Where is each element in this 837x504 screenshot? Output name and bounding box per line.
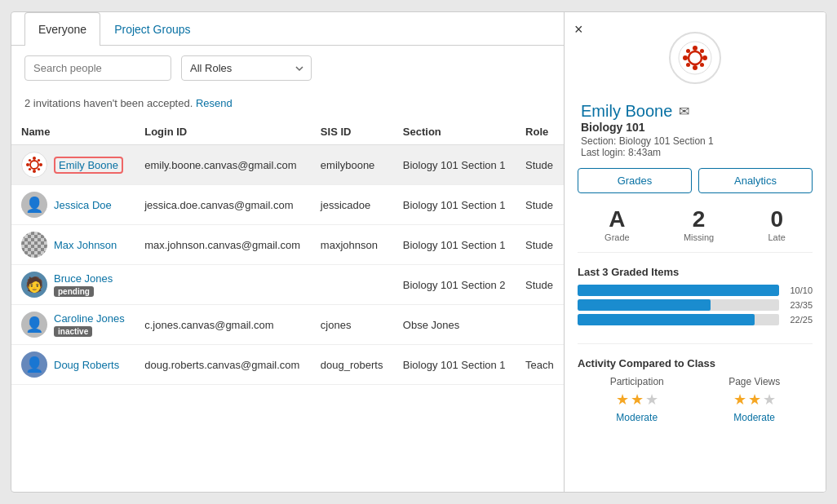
avatar: 🧑 xyxy=(21,272,47,298)
table-row[interactable]: 🧑 Bruce Jonespending Biology 101 Section… xyxy=(11,265,564,305)
role-cell: Teach xyxy=(516,345,564,385)
resend-link[interactable]: Resend xyxy=(196,97,232,109)
avatar: 👤 xyxy=(21,351,47,378)
avatar xyxy=(21,232,47,258)
grade-bar-row: 23/35 xyxy=(578,299,813,311)
table-row[interactable]: 👤 Doug Roberts doug.roberts.canvas@gmail… xyxy=(11,345,564,385)
col-sis-id: SIS ID xyxy=(311,119,393,145)
status-badge: pending xyxy=(54,286,94,297)
stat-missing: 2 Missing xyxy=(684,206,714,242)
svg-point-1 xyxy=(33,157,36,160)
activity-section: Activity Compared to Class Participation… xyxy=(578,357,813,423)
sis-id-cell: emilyboone xyxy=(311,145,393,185)
col-section: Section xyxy=(393,119,516,145)
tabs: Everyone Project Groups xyxy=(11,12,564,46)
grade-value: A xyxy=(609,206,625,232)
page-views-level: Moderate xyxy=(733,412,775,423)
profile-last-login: Last login: 8:43am xyxy=(578,147,813,158)
close-button[interactable]: × xyxy=(574,22,583,37)
role-cell: Stude xyxy=(516,225,564,265)
table-row[interactable]: Max Johnson max.johnson.canvas@gmail.com… xyxy=(11,225,564,265)
svg-point-18 xyxy=(700,49,704,53)
user-cell: 👤 Caroline Jonesinactive xyxy=(21,312,125,338)
user-name-link[interactable]: Max Johnson xyxy=(54,239,117,251)
user-name-link[interactable]: Bruce Jones xyxy=(54,272,113,285)
late-label: Late xyxy=(768,232,785,242)
avatar: 👤 xyxy=(21,312,47,338)
profile-section: Section: Biology 101 Section 1 xyxy=(578,135,813,147)
stat-late: 0 Late xyxy=(768,206,785,242)
analytics-button[interactable]: Analytics xyxy=(698,168,813,193)
name-wrapper: Bruce Jonespending xyxy=(54,272,113,297)
login-id-cell: jessica.doe.canvas@gmail.com xyxy=(135,185,311,225)
user-cell: 🧑 Bruce Jonespending xyxy=(21,272,125,298)
star-empty: ★ xyxy=(763,391,776,409)
col-role: Role xyxy=(516,119,564,145)
people-table: Name Login ID SIS ID Section Role xyxy=(11,119,564,385)
tab-everyone[interactable]: Everyone xyxy=(24,12,100,46)
name-cell: 👤 Jessica Doe xyxy=(11,185,135,225)
grade-bars: 10/10 23/35 22/25 xyxy=(578,285,813,329)
sis-id-cell: cjones xyxy=(311,305,393,345)
table-row[interactable]: Emily Boone emily.boone.canvas@gmail.com… xyxy=(11,145,564,185)
activity-columns: Participation ★★★ Moderate Page Views ★★… xyxy=(578,376,813,423)
profile-name: Emily Boone xyxy=(581,102,672,121)
profile-header xyxy=(578,25,813,92)
login-id-cell: emily.boone.canvas@gmail.com xyxy=(135,145,311,185)
sis-id-cell: doug_roberts xyxy=(311,345,393,385)
col-name: Name xyxy=(11,119,135,145)
sis-id-cell xyxy=(311,265,393,305)
participation-label: Participation xyxy=(610,376,664,387)
name-cell: Emily Boone xyxy=(11,145,135,185)
svg-point-6 xyxy=(38,168,40,170)
name-cell: 🧑 Bruce Jonespending xyxy=(11,265,135,305)
svg-point-7 xyxy=(29,168,31,170)
email-icon[interactable]: ✉ xyxy=(679,104,689,119)
svg-point-2 xyxy=(33,170,36,173)
sis-id-cell: maxjohnson xyxy=(311,225,393,265)
user-name-link[interactable]: Jessica Doe xyxy=(54,199,112,211)
svg-point-13 xyxy=(683,55,688,60)
name-wrapper: Caroline Jonesinactive xyxy=(54,312,125,337)
name-wrapper: Doug Roberts xyxy=(54,359,119,371)
action-buttons: Grades Analytics xyxy=(578,168,813,193)
grade-bar-track xyxy=(578,314,779,325)
svg-point-15 xyxy=(686,49,690,53)
name-cell: 👤 Caroline Jonesinactive xyxy=(11,305,135,345)
login-id-cell: c.jones.canvas@gmail.com xyxy=(135,305,311,345)
grade-bar-row: 22/25 xyxy=(578,314,813,325)
role-select[interactable]: All Roles xyxy=(181,55,312,81)
name-wrapper: Max Johnson xyxy=(54,239,117,251)
search-input[interactable] xyxy=(24,55,171,81)
tab-project-groups[interactable]: Project Groups xyxy=(100,12,204,46)
stats-row: A Grade 2 Missing 0 Late xyxy=(578,206,813,253)
user-cell: Emily Boone xyxy=(21,152,125,178)
svg-point-17 xyxy=(686,63,690,67)
name-cell: 👤 Doug Roberts xyxy=(11,345,135,385)
user-name-link[interactable]: Caroline Jones xyxy=(54,312,125,325)
grade-bar-track xyxy=(578,285,779,296)
user-cell: 👤 Doug Roberts xyxy=(21,351,125,378)
col-login-id: Login ID xyxy=(135,119,311,145)
grade-bar-label: 10/10 xyxy=(784,285,813,295)
svg-point-12 xyxy=(693,65,698,70)
search-bar: All Roles xyxy=(11,46,564,91)
table-row[interactable]: 👤 Jessica Doe jessica.doe.canvas@gmail.c… xyxy=(11,185,564,225)
section-cell: Biology 101 Section 1 xyxy=(393,185,516,225)
page-views-col: Page Views ★★★ Moderate xyxy=(728,376,780,423)
grades-button[interactable]: Grades xyxy=(578,168,692,193)
table-row[interactable]: 👤 Caroline Jonesinactive c.jones.canvas@… xyxy=(11,305,564,345)
profile-avatar xyxy=(669,32,721,84)
avatar xyxy=(21,152,47,178)
user-name-link[interactable]: Doug Roberts xyxy=(54,359,119,371)
stat-grade: A Grade xyxy=(604,206,630,242)
section-cell: Obse Jones xyxy=(393,305,516,345)
profile-course: Biology 101 xyxy=(578,121,813,134)
missing-value: 2 xyxy=(693,206,706,232)
participation-col: Participation ★★★ Moderate xyxy=(610,376,664,423)
participation-stars: ★★★ xyxy=(616,391,658,409)
grade-bar-track xyxy=(578,299,779,311)
star-filled: ★ xyxy=(733,391,746,409)
missing-label: Missing xyxy=(684,232,714,242)
user-name-link[interactable]: Emily Boone xyxy=(54,157,123,174)
